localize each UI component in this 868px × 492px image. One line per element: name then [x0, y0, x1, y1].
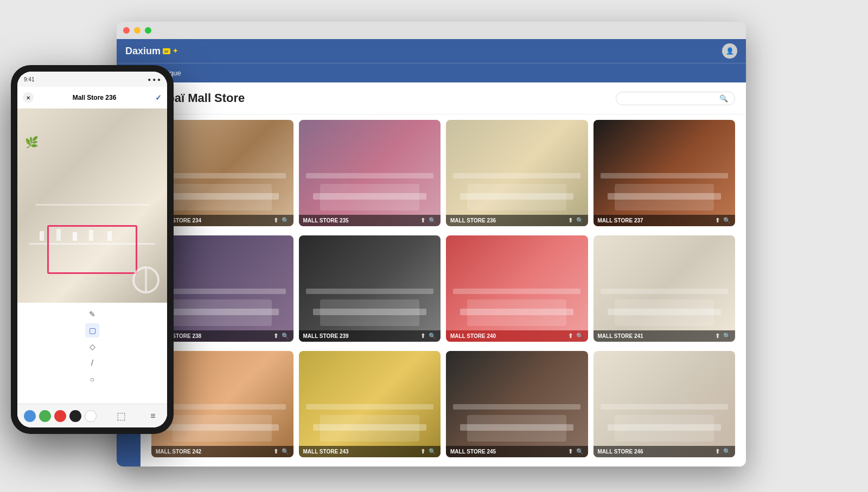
- phone-battery: ● ● ●: [148, 76, 161, 82]
- zoom-icon-234[interactable]: 🔍: [282, 217, 289, 224]
- upload-icon-245[interactable]: ⬆: [568, 448, 573, 455]
- gallery-item-240[interactable]: MALL STORE 240 ⬆ 🔍: [446, 235, 588, 342]
- gallery-actions-245: ⬆ 🔍: [568, 448, 584, 455]
- shelf-line-2: [306, 404, 433, 410]
- green-color[interactable]: [39, 410, 51, 422]
- phone-close-button[interactable]: ✕: [23, 92, 34, 103]
- store-image-241: [593, 235, 736, 342]
- circle-tool[interactable]: ○: [85, 372, 99, 386]
- search-box[interactable]: 🔍: [616, 92, 735, 105]
- store-image-236: [446, 120, 588, 226]
- gallery-item-241[interactable]: MALL STORE 241 ⬆ 🔍: [593, 235, 736, 342]
- zoom-icon-240[interactable]: 🔍: [576, 333, 584, 340]
- store-label-text-242: MALL STORE 242: [156, 449, 201, 455]
- counter-shape: [320, 184, 419, 210]
- gallery-item-243[interactable]: MALL STORE 243 ⬆ 🔍: [299, 351, 441, 457]
- counter-shape: [173, 184, 272, 210]
- zoom-icon-237[interactable]: 🔍: [723, 217, 731, 224]
- upload-icon-238[interactable]: ⬆: [273, 333, 278, 340]
- gallery-item-246[interactable]: MALL STORE 246 ⬆ 🔍: [593, 351, 736, 457]
- gallery-actions-243: ⬆ 🔍: [420, 448, 436, 455]
- black-color[interactable]: [69, 410, 81, 422]
- zoom-icon-245[interactable]: 🔍: [576, 448, 584, 455]
- phone-store-content: 🌿: [17, 108, 167, 303]
- counter-shape: [467, 299, 566, 326]
- store-image-245: [446, 351, 588, 457]
- shelf-line-2: [158, 404, 286, 410]
- drawing-mode-icon[interactable]: ⬚: [117, 410, 126, 422]
- gallery-actions-246: ⬆ 🔍: [715, 448, 731, 455]
- phone-toolbar: ✕ Mall Store 236 ✓: [17, 87, 167, 108]
- app-body: ⊞ ▦ ⊙ Dubaï Mall Store 🔍: [117, 82, 746, 467]
- store-label-text-241: MALL STORE 241: [598, 333, 643, 339]
- close-button[interactable]: [123, 27, 130, 34]
- gallery-item-235[interactable]: MALL STORE 235 ⬆ 🔍: [299, 120, 441, 226]
- user-avatar[interactable]: 👤: [722, 43, 737, 59]
- gallery-item-239[interactable]: MALL STORE 239 ⬆ 🔍: [299, 235, 441, 342]
- shelf-line-2: [453, 173, 580, 178]
- zoom-icon-236[interactable]: 🔍: [576, 217, 584, 224]
- gallery-actions-234: ⬆ 🔍: [273, 217, 289, 224]
- content-header: Dubaï Mall Store 🔍: [141, 82, 746, 114]
- rectangle-tool[interactable]: ▢: [85, 323, 99, 337]
- store-image-246: [593, 351, 736, 457]
- shelf-line-2: [453, 404, 580, 410]
- upload-icon-242[interactable]: ⬆: [273, 448, 278, 455]
- pencil-tool[interactable]: /: [85, 356, 99, 370]
- gallery-item-label-237: MALL STORE 237 ⬆ 🔍: [593, 215, 736, 226]
- store-label-text-240: MALL STORE 240: [450, 333, 496, 339]
- white-color[interactable]: [85, 410, 97, 422]
- phone-bottom-tools: ✎ ▢ ◇ / ○ ⬚ ≡: [17, 303, 167, 427]
- upload-icon-243[interactable]: ⬆: [420, 448, 425, 455]
- shelf-line-2: [601, 404, 728, 410]
- upload-icon-237[interactable]: ⬆: [715, 217, 720, 224]
- title-bar: [117, 22, 746, 39]
- upload-icon-239[interactable]: ⬆: [420, 333, 425, 340]
- upload-icon-234[interactable]: ⬆: [273, 217, 278, 224]
- diamond-tool[interactable]: ◇: [85, 340, 99, 354]
- gallery-actions-237: ⬆ 🔍: [715, 217, 731, 224]
- upload-icon-240[interactable]: ⬆: [568, 333, 573, 340]
- wheel-decoration: [132, 266, 159, 293]
- edit-tool[interactable]: ✎: [85, 307, 99, 321]
- phone-store-title: Mall Store 236: [38, 94, 151, 101]
- minimize-button[interactable]: [134, 27, 141, 34]
- upload-icon-246[interactable]: ⬆: [715, 448, 720, 455]
- phone-check-icon[interactable]: ✓: [155, 93, 162, 102]
- zoom-icon-242[interactable]: 🔍: [282, 448, 289, 455]
- phone-drawing-tools: ✎ ▢ ◇ / ○: [17, 303, 167, 404]
- blue-color[interactable]: [24, 410, 36, 422]
- gallery-item-236[interactable]: MALL STORE 236 ⬆ 🔍: [446, 120, 588, 226]
- store-label-text-236: MALL STORE 236: [450, 218, 496, 223]
- gallery-actions-240: ⬆ 🔍: [568, 333, 584, 340]
- main-content: Dubaï Mall Store 🔍 MALL STORE 234 ⬆: [141, 82, 746, 467]
- store-image-235: [299, 120, 441, 226]
- counter-shape: [320, 299, 419, 326]
- gallery-item-label-241: MALL STORE 241 ⬆ 🔍: [593, 330, 736, 342]
- zoom-icon-239[interactable]: 🔍: [429, 333, 436, 340]
- zoom-icon-238[interactable]: 🔍: [282, 333, 289, 340]
- store-label-text-243: MALL STORE 243: [303, 449, 349, 455]
- zoom-icon-243[interactable]: 🔍: [429, 448, 436, 455]
- app-logo: Daxium ar ✦: [125, 46, 178, 57]
- red-color[interactable]: [54, 410, 66, 422]
- phone-color-bar: ⬚ ≡: [17, 404, 167, 427]
- gallery-item-237[interactable]: MALL STORE 237 ⬆ 🔍: [593, 120, 736, 226]
- search-input[interactable]: [623, 94, 716, 103]
- gallery-item-label-239: MALL STORE 239 ⬆ 🔍: [299, 330, 441, 342]
- upload-icon-236[interactable]: ⬆: [568, 217, 573, 224]
- counter-shape: [173, 415, 272, 442]
- zoom-icon-246[interactable]: 🔍: [723, 448, 731, 455]
- counter-shape: [615, 415, 714, 442]
- phone-menu-icon[interactable]: ≡: [145, 408, 161, 424]
- gallery-actions-236: ⬆ 🔍: [568, 217, 584, 224]
- zoom-icon-235[interactable]: 🔍: [429, 217, 436, 224]
- gallery-actions-235: ⬆ 🔍: [420, 217, 436, 224]
- upload-icon-241[interactable]: ⬆: [715, 333, 720, 340]
- store-image-237: [593, 120, 736, 226]
- zoom-icon-241[interactable]: 🔍: [723, 333, 731, 340]
- maximize-button[interactable]: [145, 27, 151, 34]
- logo-badge: ar: [163, 48, 170, 54]
- gallery-item-245[interactable]: MALL STORE 245 ⬆ 🔍: [446, 351, 588, 457]
- upload-icon-235[interactable]: ⬆: [420, 217, 425, 224]
